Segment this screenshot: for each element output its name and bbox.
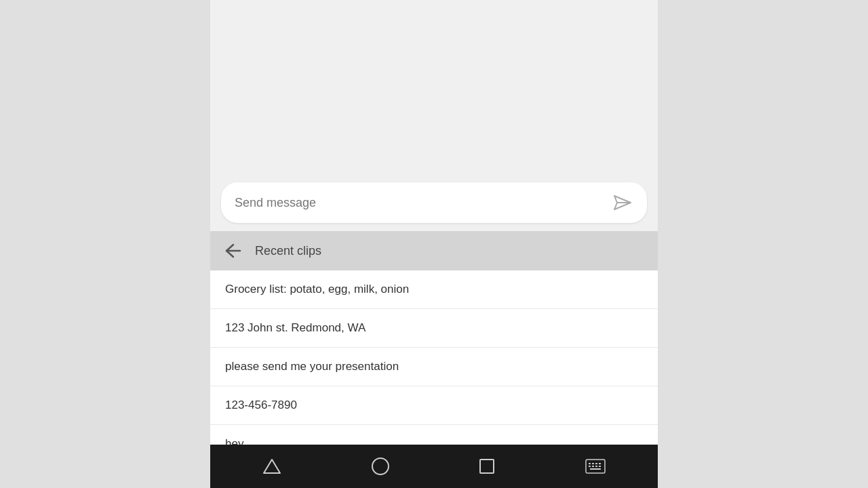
list-item[interactable]: 123 John st. Redmond, WA [210, 309, 658, 348]
list-item[interactable]: please send me your presentation [210, 348, 658, 386]
top-area [210, 0, 658, 174]
svg-rect-10 [592, 466, 594, 467]
svg-rect-9 [589, 466, 591, 467]
svg-rect-11 [595, 466, 597, 467]
send-icon [612, 192, 633, 214]
nav-keyboard-button[interactable] [578, 451, 613, 481]
list-item[interactable]: 123-456-7890 [210, 386, 658, 425]
nav-back-button[interactable] [256, 451, 288, 481]
nav-home-icon [372, 458, 389, 475]
nav-keyboard-icon [585, 458, 606, 474]
nav-recents-icon [479, 459, 494, 474]
message-input[interactable] [235, 196, 612, 210]
nav-bar [210, 445, 658, 488]
svg-marker-3 [264, 460, 280, 473]
message-input-container [210, 174, 658, 231]
back-arrow-icon [224, 243, 241, 258]
svg-rect-13 [590, 468, 601, 470]
svg-rect-12 [599, 466, 601, 467]
message-input-box [221, 182, 647, 223]
recent-clips-label: Recent clips [255, 244, 321, 258]
list-item[interactable]: Grocery list: potato, egg, milk, onion [210, 270, 658, 309]
send-button[interactable] [612, 192, 633, 214]
svg-rect-6 [592, 463, 594, 464]
nav-back-icon [262, 458, 281, 474]
svg-rect-7 [595, 463, 597, 464]
back-button[interactable] [224, 243, 241, 258]
list-item[interactable]: hey [210, 425, 658, 445]
recent-clips-header: Recent clips [210, 231, 658, 270]
clips-list: Grocery list: potato, egg, milk, onion 1… [210, 270, 658, 445]
phone-frame: Recent clips Grocery list: potato, egg, … [210, 0, 658, 488]
svg-rect-8 [599, 463, 601, 464]
nav-home-button[interactable] [365, 451, 396, 482]
nav-recents-button[interactable] [473, 452, 501, 481]
phone-screen: Recent clips Grocery list: potato, egg, … [210, 0, 658, 445]
svg-rect-5 [589, 463, 591, 464]
